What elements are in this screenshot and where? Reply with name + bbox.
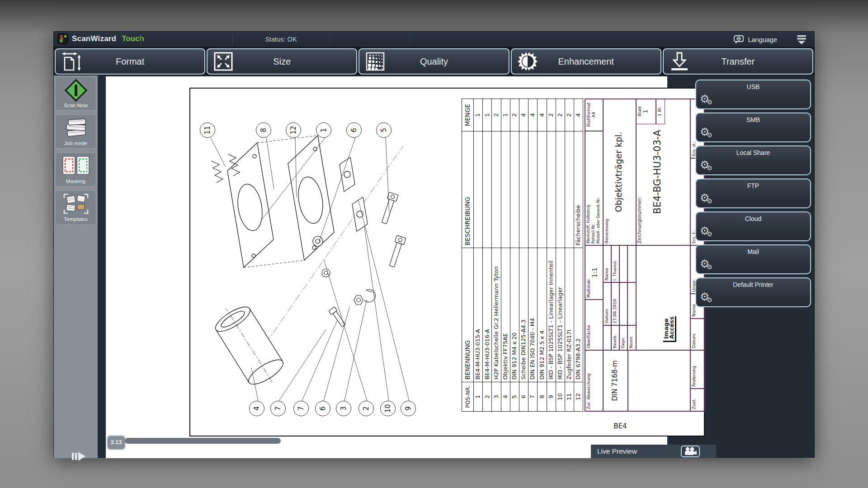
horizontal-scrollbar[interactable] bbox=[125, 438, 281, 444]
exploded-view-drawing bbox=[190, 87, 462, 436]
scan-now-button[interactable]: Scan Now bbox=[55, 76, 96, 111]
tb-cell bbox=[627, 282, 636, 325]
menu-dropdown-icon[interactable] bbox=[795, 34, 808, 45]
topbar-divider bbox=[141, 33, 141, 46]
parts-row: 5DIN 912 M4 x 202 bbox=[510, 99, 519, 412]
transfer-target-label: Mail bbox=[696, 245, 810, 255]
expand-arrows-icon bbox=[213, 51, 234, 72]
tb-logo-cell: Image Access bbox=[636, 245, 690, 350]
tab-size[interactable]: Size bbox=[207, 48, 357, 75]
live-preview-camera-button[interactable] bbox=[681, 446, 700, 457]
parts-row: 3H2P Kabelschelle Gr.2 Hellermann Tyton2 bbox=[492, 99, 501, 412]
tb-oberflaeche: Oberfläche bbox=[585, 300, 603, 350]
app-title: ScanWizard bbox=[72, 34, 116, 43]
balloon-callout: 5 bbox=[376, 122, 392, 138]
live-preview-label: Live Preview bbox=[591, 447, 637, 455]
pause-play-button[interactable] bbox=[71, 450, 86, 463]
balloon-callout: 6 bbox=[315, 401, 330, 416]
tab-label: Quality bbox=[420, 56, 448, 67]
sheet-margin-label: BE4 bbox=[613, 422, 627, 430]
gears-settings-icon: ⚙⚙ bbox=[700, 225, 712, 239]
tb-blattformat: Blattformat A4 bbox=[585, 99, 603, 131]
tb-name-header: Name bbox=[603, 245, 611, 282]
tab-label: Transfer bbox=[722, 56, 755, 67]
balloon-callout: 6 bbox=[346, 122, 362, 138]
tb-massstab: Maßstab 1:1 bbox=[585, 245, 603, 300]
left-sidebar: Scan Now Job mode Maskin bbox=[54, 75, 98, 458]
title-block: Zul. Abweichung Oberfläche Maßstab 1:1 W… bbox=[585, 99, 705, 412]
balloon-callout: 4 bbox=[249, 401, 264, 416]
transfer-target-label: Local Share bbox=[696, 146, 810, 156]
tb-din: DIN 7168-m bbox=[603, 350, 628, 411]
book-stack-icon bbox=[63, 117, 89, 140]
transfer-target-cloud[interactable]: Cloud⚙⚙ bbox=[695, 211, 811, 241]
app-brand: S W ScanWizard Touch bbox=[57, 33, 144, 44]
sidebar-item-label: Templates bbox=[64, 216, 87, 222]
gears-settings-icon: ⚙⚙ bbox=[700, 94, 712, 108]
tb-werkstoff: Werkstoff, Halbzeug Rohteil-Nr. Modell- … bbox=[585, 131, 603, 245]
gears-settings-icon: ⚙⚙ bbox=[700, 192, 712, 206]
preview-canvas[interactable]: 11812165477632109 BE4 POS-NR. BENENNUNG … bbox=[106, 76, 667, 458]
templates-button[interactable]: Templates bbox=[55, 190, 96, 225]
tb-benennung: Benennung Objektivträger kpl. bbox=[603, 99, 636, 245]
tb-datum2: Datum bbox=[690, 319, 705, 350]
zoom-level-badge[interactable]: 3.13 bbox=[107, 435, 126, 450]
transfer-target-usb[interactable]: USB⚙⚙ bbox=[695, 80, 811, 109]
transfer-target-default-printer[interactable]: Default Printer⚙⚙ bbox=[695, 277, 811, 307]
parts-row: 2BE4-M-HU3-016-A1 bbox=[483, 99, 492, 412]
balloon-callout: 11 bbox=[200, 122, 215, 138]
language-button[interactable]: Language bbox=[733, 35, 777, 45]
tab-enhancement[interactable]: Enhancement bbox=[511, 48, 661, 75]
tab-transfer[interactable]: Transfer bbox=[663, 48, 813, 75]
transfer-target-ftp[interactable]: FTP⚙⚙ bbox=[695, 178, 811, 208]
tb-zul-abweichung: Zul. Abweichung bbox=[585, 350, 603, 411]
gears-settings-icon: ⚙⚙ bbox=[700, 258, 712, 272]
parts-row: 12DIN 6798-A3.2Fächerscheibe4 bbox=[574, 99, 583, 412]
parts-row: 11Zugfeder RZ-017I2 bbox=[565, 99, 574, 412]
parts-row: 10IKO - BSP 1025SLT1 - Linearlager2 bbox=[556, 99, 565, 412]
status-label: Status: OK bbox=[232, 32, 330, 47]
parts-row: 9IKO - BSP 1025SLT1 - Linearlager Innent… bbox=[547, 99, 556, 412]
gears-settings-icon: ⚙⚙ bbox=[700, 160, 712, 174]
parts-row: 6Scheibe DIN125-A4.34 bbox=[519, 99, 528, 412]
tb-cell bbox=[619, 282, 627, 325]
tb-cell bbox=[603, 325, 611, 350]
transfer-target-mail[interactable]: Mail⚙⚙ bbox=[695, 244, 811, 274]
drawing-sheet: 11812165477632109 BE4 POS-NR. BENENNUNG … bbox=[189, 88, 705, 436]
tab-label: Enhancement bbox=[558, 56, 614, 67]
parts-row: 8DIN 912 M2.5 x 44 bbox=[538, 99, 547, 412]
language-bubble-icon bbox=[733, 35, 745, 45]
balloon-callout: 1 bbox=[316, 122, 331, 138]
balloon-callout: 7 bbox=[270, 401, 286, 416]
image-access-logo: Image Access bbox=[663, 316, 676, 342]
tb-norm: Norm bbox=[627, 325, 636, 350]
tab-quality[interactable]: Quality bbox=[359, 48, 509, 75]
language-label: Language bbox=[748, 36, 777, 43]
tb-zust: Zust. bbox=[690, 389, 705, 411]
masking-button[interactable]: Masking bbox=[55, 152, 96, 187]
transfer-target-label: Cloud bbox=[696, 212, 810, 222]
transfer-target-local-share[interactable]: Local Share⚙⚙ bbox=[695, 145, 811, 175]
contrast-sun-icon bbox=[517, 51, 538, 72]
parts-row: 1BE4-M-HU3-015-A1 bbox=[474, 99, 483, 412]
gears-settings-icon: ⚙⚙ bbox=[700, 291, 712, 305]
tb-cell bbox=[627, 245, 636, 282]
balloon-callout: 2 bbox=[359, 401, 374, 416]
tab-format[interactable]: Format bbox=[55, 48, 205, 75]
tb-blatt-count: 1 Bl. bbox=[656, 99, 665, 124]
transfer-target-label: SMB bbox=[696, 113, 810, 123]
tab-label: Size bbox=[273, 56, 291, 67]
balloon-callout: 8 bbox=[256, 122, 271, 138]
gears-settings-icon: ⚙⚙ bbox=[700, 127, 712, 141]
transfer-target-label: Default Printer bbox=[696, 278, 810, 288]
topbar-divider bbox=[410, 33, 410, 46]
transfer-target-smb[interactable]: SMB⚙⚙ bbox=[695, 113, 811, 142]
tb-empty-cell bbox=[628, 350, 690, 411]
live-preview-bar: Live Preview bbox=[591, 445, 716, 458]
parts-row: 4Objektiv FF75AE1 bbox=[501, 99, 510, 412]
sidebar-item-label: Scan Now bbox=[64, 103, 87, 108]
job-mode-button[interactable]: Job mode bbox=[55, 114, 96, 149]
scanwizard-logo-icon: S W bbox=[57, 33, 68, 44]
app-window: S W ScanWizard Touch Status: OK Language bbox=[53, 31, 815, 458]
balloon-callout: 10 bbox=[380, 401, 396, 416]
